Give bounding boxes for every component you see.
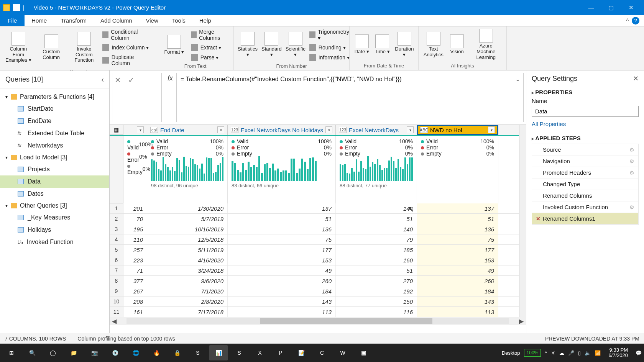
volume-icon[interactable]: 🔈 <box>585 350 591 356</box>
query-item[interactable]: Dates <box>0 188 109 200</box>
table-row[interactable]: 102082/8/2020143150143 <box>110 296 519 307</box>
powerpoint-icon[interactable]: P <box>271 345 290 360</box>
tab-tools[interactable]: Tools <box>165 15 192 26</box>
battery-indicator[interactable]: 100% <box>524 349 541 357</box>
table-cell[interactable]: 201 <box>123 203 147 213</box>
conditional-column-button[interactable]: Conditional Column <box>102 28 153 42</box>
weather-icon[interactable]: ☀ <box>551 350 555 356</box>
table-cell[interactable]: 150 <box>336 296 417 306</box>
explorer-icon[interactable]: 📁 <box>64 345 83 360</box>
search-icon[interactable]: 🔍 <box>23 345 41 360</box>
query-item[interactable]: Data <box>0 175 109 188</box>
excel-icon[interactable]: X <box>251 345 269 360</box>
table-row[interactable]: 411012/5/2018757975 <box>110 234 519 245</box>
column-filter-icon[interactable]: ▾ <box>217 126 224 133</box>
table-cell[interactable]: 136 <box>228 224 336 234</box>
table-cell[interactable]: 70 <box>123 214 147 224</box>
time-button[interactable]: Time ▾ <box>374 34 390 55</box>
help-icon[interactable]: ? <box>632 17 639 25</box>
table-cell[interactable]: 143 <box>228 296 336 306</box>
table-cell[interactable]: 12/5/2018 <box>147 234 228 244</box>
table-row[interactable]: 319510/16/2019136140136 <box>110 224 519 234</box>
duration-button[interactable]: Duration ▾ <box>394 32 414 58</box>
table-cell[interactable]: 51 <box>417 214 498 224</box>
table-cell[interactable]: 161 <box>123 307 147 317</box>
table-cell[interactable]: 49 <box>417 265 498 275</box>
table-cell[interactable]: 3/24/2018 <box>147 265 228 275</box>
table-cell[interactable]: 184 <box>228 286 336 296</box>
table-cell[interactable]: 153 <box>228 255 336 265</box>
standard-button[interactable]: Standard ▾ <box>261 32 282 58</box>
formula-input[interactable]: = Table.RenameColumns(#"Invoked Custom F… <box>176 73 524 122</box>
fx-icon[interactable]: fx <box>164 70 176 124</box>
table-cell[interactable]: 144 <box>336 203 417 213</box>
vertical-scrollbar[interactable] <box>519 125 526 317</box>
corner-cell[interactable]: ▦ <box>110 125 123 135</box>
tab-help[interactable]: Help <box>192 15 218 26</box>
formula-accept-icon[interactable]: ✓ <box>128 75 135 85</box>
table-cell[interactable]: 192 <box>336 286 417 296</box>
table-cell[interactable]: 140 <box>336 224 417 234</box>
scientific-button[interactable]: Scientific ▾ <box>286 32 306 58</box>
formula-cancel-icon[interactable]: ✕ <box>115 75 121 85</box>
table-cell[interactable]: 75 <box>228 234 336 244</box>
query-item[interactable]: _Key Measures <box>0 211 109 224</box>
chrome-icon[interactable]: 🌐 <box>127 345 145 360</box>
tab-transform[interactable]: Transform <box>54 15 94 26</box>
table-cell[interactable]: 110 <box>123 234 147 244</box>
table-cell[interactable]: 5/7/2019 <box>147 214 228 224</box>
rounding-button[interactable]: Rounding ▾ <box>309 43 350 52</box>
notifications-icon[interactable]: 💬 <box>636 350 642 356</box>
notepad-icon[interactable]: 📝 <box>292 345 310 360</box>
table-row[interactable]: 52575/11/2019177185177 <box>110 245 519 255</box>
tray-expand-icon[interactable]: ^ <box>545 350 547 356</box>
table-cell[interactable]: 1/30/2020 <box>147 203 228 213</box>
table-cell[interactable]: 137 <box>417 203 498 213</box>
scrollbar-thumb[interactable] <box>260 318 432 324</box>
powerbi-taskbar-icon[interactable]: 📊 <box>209 345 228 360</box>
table-cell[interactable]: 177 <box>228 245 336 255</box>
minimize-button[interactable]: — <box>581 0 601 15</box>
mic-icon[interactable]: 🎤 <box>568 350 574 356</box>
invoke-custom-function-button[interactable]: Invoke Custom Function <box>69 32 99 64</box>
task-view-icon[interactable]: ◯ <box>44 345 62 360</box>
applied-step[interactable]: Promoted Headers⚙ <box>532 167 638 179</box>
table-cell[interactable]: 79 <box>336 234 417 244</box>
gear-icon[interactable]: ⚙ <box>629 158 634 164</box>
table-cell[interactable]: 4/16/2020 <box>147 255 228 265</box>
table-row[interactable]: 12011/30/2020137144137 <box>110 203 519 214</box>
clock[interactable]: 9:33 PM 6/7/2020 <box>605 347 632 359</box>
table-cell[interactable]: 113 <box>228 307 336 317</box>
table-cell[interactable]: 185 <box>336 245 417 255</box>
query-item[interactable]: EndDate <box>0 115 109 127</box>
skype-icon[interactable]: S <box>189 345 207 360</box>
column-filter-icon[interactable]: ▾ <box>137 126 144 133</box>
information-button[interactable]: Information ▾ <box>309 53 350 62</box>
delete-step-icon[interactable]: ✕ <box>536 216 540 222</box>
table-cell[interactable]: 136 <box>417 224 498 234</box>
gear-icon[interactable]: ⚙ <box>629 170 634 176</box>
table-cell[interactable]: 75 <box>417 234 498 244</box>
wifi-icon[interactable]: 📶 <box>595 350 601 356</box>
column-filter-icon[interactable]: ▾ <box>325 126 332 133</box>
query-item[interactable]: Projects <box>0 163 109 175</box>
scroll-right-icon[interactable]: ▶ <box>517 318 526 325</box>
query-item[interactable]: StartDate <box>0 103 109 115</box>
table-cell[interactable]: 257 <box>123 245 147 255</box>
extract-button[interactable]: Extract ▾ <box>191 43 230 52</box>
query-item[interactable]: fxExtended Date Table <box>0 127 109 139</box>
parse-button[interactable]: Parse ▾ <box>191 53 230 62</box>
statistics-button[interactable]: Statistics ▾ <box>238 32 258 58</box>
table-cell[interactable]: 49 <box>228 265 336 275</box>
table-row[interactable]: 2705/7/2019515151 <box>110 214 519 224</box>
applied-step[interactable]: Changed Type <box>532 179 638 190</box>
formula-expand-icon[interactable]: ⌄ <box>515 75 520 83</box>
custom-column-button[interactable]: Custom Column <box>37 34 66 61</box>
azure-ml-button[interactable]: Azure Machine Learning <box>470 29 503 61</box>
query-item[interactable]: Holidays <box>0 224 109 236</box>
table-cell[interactable]: 51 <box>228 214 336 224</box>
column-header[interactable]: calEnd Date▾ <box>147 125 228 135</box>
table-row[interactable]: 92677/1/2020184192184 <box>110 286 519 296</box>
table-cell[interactable]: 153 <box>417 255 498 265</box>
queries-collapse-icon[interactable]: ‹ <box>101 75 104 84</box>
